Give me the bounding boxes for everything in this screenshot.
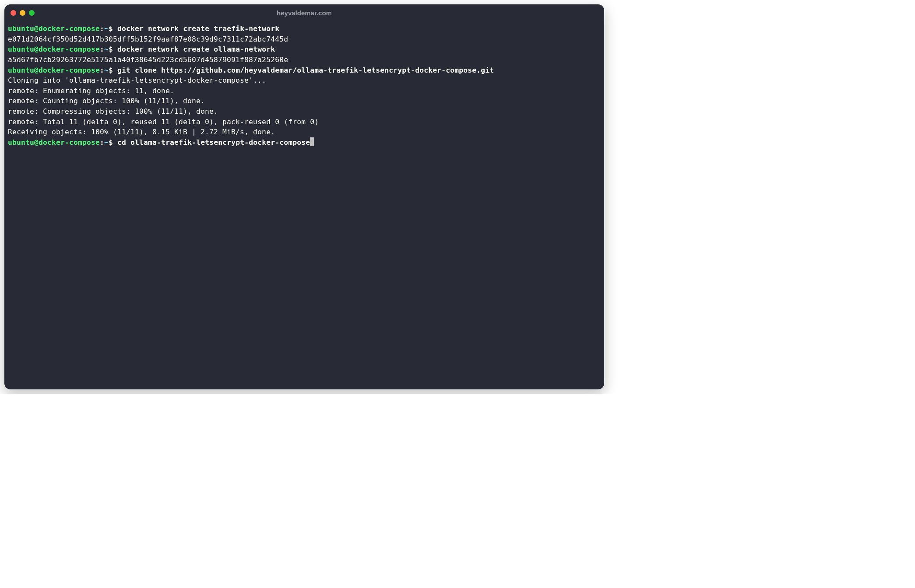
output-line: e071d2064cf350d52d417b305dff5b152f9aaf87… [8,34,601,45]
output-line: remote: Enumerating objects: 11, done. [8,86,601,96]
prompt-path: ~ [104,66,109,74]
terminal-body[interactable]: ubuntu@docker-compose:~$ docker network … [4,21,604,389]
prompt-dollar: $ [109,138,113,147]
command-text: docker network create ollama-network [113,45,275,53]
prompt-user-host: ubuntu@docker-compose [8,45,100,53]
prompt-colon: : [100,66,104,74]
close-icon[interactable] [11,10,16,16]
output-line: a5d67fb7cb29263772e5175a1a40f38645d223cd… [8,55,601,65]
prompt-colon: : [100,24,104,33]
traffic-lights [11,10,35,16]
prompt-user-host: ubuntu@docker-compose [8,138,100,147]
terminal-window: heyvaldemar.com ubuntu@docker-compose:~$… [4,4,604,389]
prompt-dollar: $ [109,66,113,74]
prompt-path: ~ [104,45,109,53]
prompt-dollar: $ [109,45,113,53]
command-text: cd ollama-traefik-letsencrypt-docker-com… [113,138,310,147]
prompt-line: ubuntu@docker-compose:~$ cd ollama-traef… [8,137,601,148]
maximize-icon[interactable] [29,10,35,16]
prompt-colon: : [100,45,104,53]
prompt-path: ~ [104,24,109,33]
command-text: git clone https://github.com/heyvaldemar… [113,66,494,74]
output-line: remote: Total 11 (delta 0), reused 11 (d… [8,117,601,127]
command-text: docker network create traefik-network [113,24,279,33]
prompt-user-host: ubuntu@docker-compose [8,66,100,74]
prompt-colon: : [100,138,104,147]
output-line: Receiving objects: 100% (11/11), 8.15 Ki… [8,127,601,137]
titlebar: heyvaldemar.com [4,4,604,21]
minimize-icon[interactable] [20,10,25,16]
prompt-dollar: $ [109,24,113,33]
output-line: Cloning into 'ollama-traefik-letsencrypt… [8,75,601,86]
prompt-path: ~ [104,138,109,147]
output-line: remote: Compressing objects: 100% (11/11… [8,106,601,117]
prompt-line: ubuntu@docker-compose:~$ docker network … [8,24,601,34]
prompt-line: ubuntu@docker-compose:~$ git clone https… [8,65,601,76]
prompt-line: ubuntu@docker-compose:~$ docker network … [8,44,601,55]
cursor-icon [310,137,314,146]
window-title: heyvaldemar.com [4,9,604,17]
prompt-user-host: ubuntu@docker-compose [8,24,100,33]
output-line: remote: Counting objects: 100% (11/11), … [8,96,601,106]
